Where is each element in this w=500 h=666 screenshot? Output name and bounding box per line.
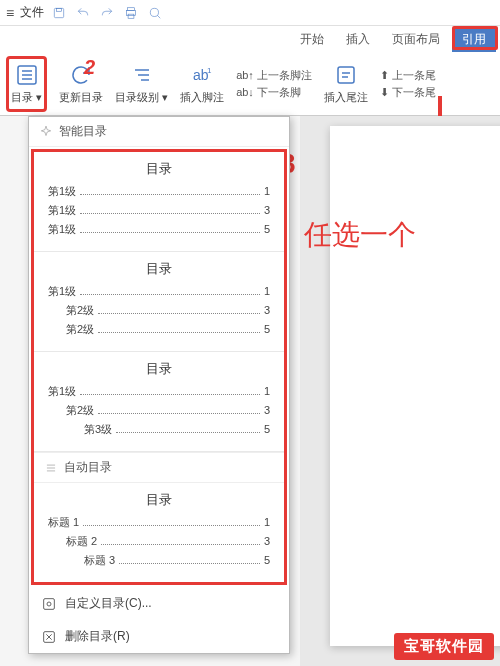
- next-footnote-icon: ab↓: [236, 86, 254, 98]
- svg-text:1: 1: [207, 66, 212, 75]
- update-label: 更新目录: [59, 90, 103, 105]
- svg-rect-15: [338, 67, 354, 83]
- toc-level-button[interactable]: 目录级别 ▾: [115, 56, 168, 112]
- endnote-nav: ⬆上一条尾 ⬇下一条尾: [380, 68, 436, 100]
- svg-rect-2: [128, 7, 135, 10]
- toc-dropdown: 智能目录 目录 第1级1 第1级3 第1级5 目录 第1级1 第2级3 第2级5…: [28, 116, 290, 654]
- prev-endnote[interactable]: ⬆上一条尾: [380, 68, 436, 83]
- sparkle-icon: [39, 125, 53, 139]
- ribbon-tabs: 开始 插入 页面布局 引用: [0, 26, 500, 52]
- endnote-label: 插入尾注: [324, 90, 368, 105]
- update-toc-button[interactable]: 更新目录: [59, 56, 103, 112]
- toc-button[interactable]: 目录 ▾: [6, 56, 47, 112]
- menu-icon[interactable]: ≡: [6, 5, 14, 21]
- insert-footnote-button[interactable]: ab1 插入脚注: [180, 56, 224, 112]
- tpl-row: 第1级1: [48, 184, 270, 199]
- file-menu[interactable]: 文件: [20, 4, 44, 21]
- toc-template-1[interactable]: 目录 第1级1 第1级3 第1级5: [34, 152, 284, 252]
- delete-toc-item[interactable]: 删除目录(R): [29, 620, 289, 653]
- svg-rect-4: [128, 14, 134, 18]
- footnote-nav: ab↑上一条脚注 ab↓下一条脚: [236, 68, 312, 100]
- prev-footnote[interactable]: ab↑上一条脚注: [236, 68, 312, 83]
- footnote-icon: ab1: [189, 62, 215, 88]
- toc-templates: 目录 第1级1 第1级3 第1级5 目录 第1级1 第2级3 第2级5 目录 第…: [31, 149, 287, 585]
- tab-layout[interactable]: 页面布局: [382, 27, 450, 52]
- document-area: [300, 116, 500, 666]
- toc-template-3[interactable]: 目录 第1级1 第2级3 第3级5: [34, 352, 284, 452]
- toc-template-2[interactable]: 目录 第1级1 第2级3 第2级5: [34, 252, 284, 352]
- level-label: 目录级别 ▾: [115, 90, 168, 105]
- custom-toc-item[interactable]: 自定义目录(C)...: [29, 587, 289, 620]
- smart-toc-header: 智能目录: [29, 117, 289, 147]
- toc-label: 目录 ▾: [11, 90, 42, 105]
- tab-references[interactable]: 引用: [452, 27, 496, 52]
- svg-point-5: [151, 8, 159, 16]
- toc-template-4[interactable]: 目录 标题 11 标题 23 标题 35: [34, 483, 284, 582]
- qat-save-icon[interactable]: [50, 4, 68, 22]
- prev-footnote-icon: ab↑: [236, 69, 254, 81]
- custom-icon: [41, 596, 57, 612]
- svg-rect-21: [44, 598, 55, 609]
- document-page[interactable]: [330, 126, 500, 646]
- next-footnote[interactable]: ab↓下一条脚: [236, 85, 312, 100]
- qat-preview-icon[interactable]: [146, 4, 164, 22]
- svg-point-22: [47, 602, 51, 606]
- list-icon: [44, 461, 58, 475]
- insert-endnote-button[interactable]: 插入尾注: [324, 56, 368, 112]
- svg-rect-0: [55, 8, 64, 17]
- ribbon: 目录 ▾ 更新目录 目录级别 ▾ ab1 插入脚注 ab↑上一条脚注 ab↓下一…: [0, 52, 500, 116]
- tab-insert[interactable]: 插入: [336, 27, 380, 52]
- auto-toc-header: 自动目录: [34, 452, 284, 483]
- next-endnote[interactable]: ⬇下一条尾: [380, 85, 436, 100]
- toc-icon: [14, 62, 40, 88]
- level-icon: [129, 62, 155, 88]
- annotation-red-bar: [438, 96, 442, 118]
- update-icon: [68, 62, 94, 88]
- qat-undo-icon[interactable]: [74, 4, 92, 22]
- endnote-icon: [333, 62, 359, 88]
- svg-rect-1: [57, 8, 62, 11]
- footnote-label: 插入脚注: [180, 90, 224, 105]
- svg-rect-3: [127, 10, 136, 15]
- qat-print-icon[interactable]: [122, 4, 140, 22]
- tab-start[interactable]: 开始: [290, 27, 334, 52]
- titlebar: ≡ 文件: [0, 0, 500, 26]
- watermark: 宝哥软件园: [394, 633, 494, 660]
- delete-icon: [41, 629, 57, 645]
- qat-redo-icon[interactable]: [98, 4, 116, 22]
